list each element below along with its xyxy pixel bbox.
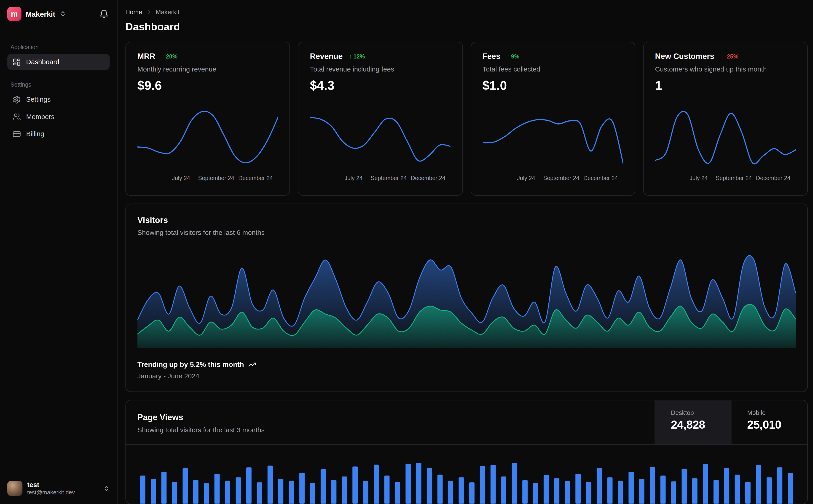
axis-tick: September 24 [716, 175, 752, 181]
page-views-bar-chart [137, 458, 796, 504]
stat-description: Total revenue including fees [310, 65, 450, 73]
sidebar-item-label: Dashboard [26, 58, 59, 66]
stat-description: Customers who signed up this month [655, 65, 796, 73]
axis-tick: December 24 [411, 175, 445, 181]
trend-arrow-icon: ↑ [161, 53, 164, 59]
axis-tick: September 24 [371, 175, 407, 181]
logo-letter: m [11, 9, 18, 18]
user-menu[interactable]: test test@makerkit.dev [7, 481, 110, 496]
axis-tick: December 24 [238, 175, 273, 181]
sidebar-item-members[interactable]: Members [7, 109, 110, 125]
axis-tick: July 24 [172, 175, 190, 181]
stat-value: $1.0 [482, 78, 623, 93]
billing-icon [13, 130, 21, 138]
user-name: test [27, 481, 99, 489]
breadcrumb-current: Makerkit [156, 8, 179, 16]
stat-value: $9.6 [137, 78, 278, 93]
visitors-date-range: January - June 2024 [137, 372, 796, 380]
page-views-subtitle: Showing total visitors for the last 3 mo… [137, 426, 643, 434]
sidebar-item-label: Members [26, 113, 54, 120]
trend-value: 12% [353, 53, 365, 59]
chevrons-up-down-icon [59, 11, 66, 17]
sidebar-item-settings[interactable]: Settings [7, 91, 110, 108]
sidebar: m Makerkit Application Dashboard Setting… [0, 0, 117, 504]
page-views-card: Page Views Showing total visitors for th… [125, 400, 808, 504]
sidebar-item-label: Billing [26, 130, 44, 138]
x-axis-labels: July 24 September 24 December 24 [655, 175, 796, 182]
page-title: Dashboard [125, 21, 808, 33]
app-root: m Makerkit Application Dashboard Setting… [0, 0, 813, 504]
axis-tick: December 24 [583, 175, 618, 181]
visitors-card: Visitors Showing total visitors for the … [125, 204, 808, 392]
members-icon [13, 112, 21, 121]
breadcrumb: Home Makerkit [125, 8, 808, 16]
dashboard-icon [13, 58, 21, 66]
visitors-title: Visitors [137, 216, 796, 225]
fees-sparkline-chart [482, 106, 623, 171]
visitors-subtitle: Showing total visitors for the last 6 mo… [137, 229, 796, 236]
stat-card-fees: Fees ↑ 9% Total fees collected $1.0 July… [470, 42, 635, 196]
nav-section-application: Application [11, 44, 106, 50]
mobile-stat-label: Mobile [747, 409, 807, 416]
trend-arrow-icon: ↑ [349, 53, 352, 59]
mobile-stat-toggle[interactable]: Mobile 25,010 [731, 400, 807, 444]
stat-description: Total fees collected [482, 65, 623, 73]
stat-value: 1 [655, 78, 796, 93]
visitors-trend-text: Trending up by 5.2% this month [137, 361, 244, 369]
stat-title: Revenue [310, 52, 343, 61]
trend-badge: ↑ 20% [161, 53, 177, 59]
customers-sparkline-chart [655, 106, 796, 171]
axis-tick: July 24 [517, 175, 535, 181]
sidebar-item-label: Settings [26, 95, 50, 103]
stat-card-new-customers: New Customers ↓ -25% Customers who signe… [643, 42, 808, 196]
x-axis-labels: July 24 September 24 December 24 [310, 175, 450, 182]
page-views-title: Page Views [137, 413, 643, 422]
trend-value: 20% [166, 53, 177, 59]
user-avatar [7, 481, 22, 496]
desktop-stat-label: Desktop [671, 409, 731, 416]
stat-card-mrr: MRR ↑ 20% Monthly recurring revenue $9.6… [125, 42, 290, 196]
axis-tick: September 24 [198, 175, 234, 181]
nav-section-settings: Settings [11, 81, 106, 88]
axis-tick: September 24 [543, 175, 579, 181]
bell-icon [99, 9, 109, 19]
page-views-header: Page Views Showing total visitors for th… [126, 400, 807, 445]
trend-arrow-icon: ↓ [721, 53, 724, 59]
chevrons-up-down-icon [103, 485, 109, 491]
trend-value: 9% [511, 53, 519, 59]
stat-value: $4.3 [310, 78, 450, 93]
chevron-right-icon [146, 9, 152, 15]
gear-icon [13, 95, 21, 104]
stat-card-revenue: Revenue ↑ 12% Total revenue including fe… [298, 42, 463, 196]
user-meta: test test@makerkit.dev [27, 481, 99, 496]
trend-arrow-icon: ↑ [506, 53, 509, 59]
visitors-area-chart [137, 246, 796, 348]
sidebar-item-billing[interactable]: Billing [7, 126, 110, 142]
axis-tick: July 24 [344, 175, 363, 181]
breadcrumb-home[interactable]: Home [125, 8, 142, 16]
stat-title: New Customers [655, 52, 714, 61]
trend-value: -25% [725, 53, 739, 59]
user-email: test@makerkit.dev [27, 489, 99, 496]
desktop-stat-toggle[interactable]: Desktop 24,828 [655, 400, 731, 444]
trend-badge: ↓ -25% [721, 53, 739, 59]
stat-description: Monthly recurring revenue [137, 65, 278, 73]
workspace-name: Makerkit [26, 10, 55, 18]
stat-title: MRR [137, 52, 155, 61]
sidebar-header: m Makerkit [7, 7, 110, 21]
stat-cards-row: MRR ↑ 20% Monthly recurring revenue $9.6… [125, 42, 808, 196]
main-content: Home Makerkit Dashboard MRR ↑ 20% Monthl… [117, 0, 813, 504]
sidebar-item-dashboard[interactable]: Dashboard [7, 54, 110, 70]
x-axis-labels: July 24 September 24 December 24 [482, 175, 623, 182]
notifications-button[interactable] [98, 8, 110, 19]
stat-title: Fees [482, 52, 500, 61]
revenue-sparkline-chart [310, 106, 450, 171]
axis-tick: December 24 [756, 175, 791, 181]
workspace-switcher[interactable]: m Makerkit [7, 7, 66, 21]
mrr-sparkline-chart [137, 106, 278, 171]
mobile-stat-value: 25,010 [747, 418, 807, 432]
axis-tick: July 24 [690, 175, 708, 181]
desktop-stat-value: 24,828 [671, 418, 731, 432]
trend-badge: ↑ 9% [506, 53, 519, 59]
x-axis-labels: July 24 September 24 December 24 [137, 175, 278, 182]
